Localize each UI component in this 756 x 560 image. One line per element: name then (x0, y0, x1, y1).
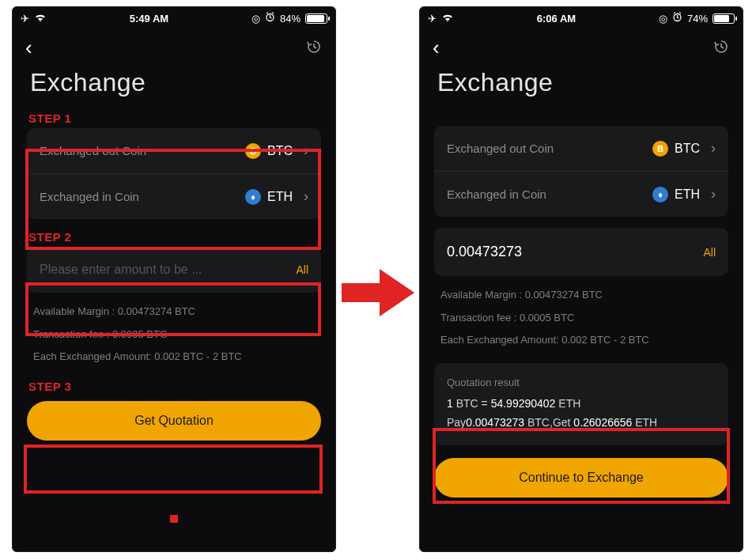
coin-selection-card: Exchanged out Coin B BTC › Exchanged in … (434, 126, 728, 217)
phone-screen-left: ✈ 5:49 AM ◎ 84% ‹ Exchange STEP 1 Exchan… (12, 6, 336, 552)
back-button[interactable]: ‹ (25, 36, 32, 60)
airplane-mode-icon: ✈ (21, 13, 29, 25)
nav-bar: ‹ (13, 29, 335, 63)
wifi-icon (441, 13, 454, 25)
alarm-icon (265, 12, 275, 25)
status-time: 5:49 AM (47, 13, 251, 25)
exchanged-out-label: Exchanged out Coin (447, 142, 652, 155)
quotation-result-card: Quotation result 1 BTC = 54.99290402 ETH… (434, 363, 728, 445)
exchanged-out-code: BTC (675, 142, 700, 156)
exchanged-out-row[interactable]: Exchanged out Coin B BTC › (27, 128, 321, 173)
transaction-fee: Transaction fee : 0.0005 BTC (30, 324, 318, 346)
available-margin: Available Margin : 0.00473274 BTC (437, 284, 725, 307)
amount-input-card[interactable]: Please enter amount to be ... All (27, 247, 321, 293)
transaction-fee: Transaction fee : 0.0005 BTC (437, 307, 725, 330)
battery-icon (305, 13, 327, 24)
back-button[interactable]: ‹ (433, 36, 440, 60)
exchanged-out-code: BTC (267, 144, 293, 158)
exchanged-in-row[interactable]: Exchanged in Coin ♦ ETH › (434, 171, 728, 217)
chevron-right-icon: › (304, 142, 308, 159)
btc-icon: B (245, 143, 261, 159)
coin-selection-card: Exchanged out Coin B BTC › Exchanged in … (27, 128, 321, 219)
status-bar: ✈ 5:49 AM ◎ 84% (13, 7, 335, 29)
quotation-pay-get: Pay0.00473273 BTC,Get 0.26026656 ETH (447, 414, 716, 433)
eth-icon: ♦ (245, 189, 261, 205)
location-icon: ◎ (251, 13, 260, 25)
step-label-3: STEP 3 (28, 380, 335, 393)
quotation-title: Quotation result (447, 374, 716, 392)
battery-icon (713, 13, 735, 24)
chevron-right-icon: › (304, 188, 308, 205)
eth-icon: ♦ (652, 187, 668, 202)
wifi-icon (34, 13, 47, 25)
quotation-rate: 1 BTC = 54.99290402 ETH (447, 395, 716, 414)
battery-percent: 74% (687, 13, 708, 25)
get-quotation-button[interactable]: Get Quotation (27, 401, 321, 441)
phone-screen-right: ✈ 6:06 AM ◎ 74% ‹ Exchange Exchanged out… (419, 6, 743, 552)
page-title: Exchange (420, 63, 743, 112)
exchanged-in-code: ETH (675, 187, 700, 202)
location-icon: ◎ (659, 13, 667, 25)
exchange-range: Each Exchanged Amount: 0.002 BTC - 2 BTC (437, 329, 725, 352)
continue-exchange-button[interactable]: Continue to Exchange (434, 458, 728, 498)
nav-bar: ‹ (420, 29, 743, 63)
battery-percent: 84% (280, 13, 301, 25)
available-margin: Available Margin : 0.00473274 BTC (30, 301, 318, 324)
chevron-right-icon: › (711, 186, 716, 202)
amount-input[interactable]: 0.00473273 (447, 244, 703, 260)
amount-input[interactable]: Please enter amount to be ... (40, 263, 296, 277)
history-icon[interactable] (305, 38, 323, 59)
exchanged-in-label: Exchanged in Coin (447, 187, 652, 201)
highlight-step3 (24, 445, 323, 494)
exchanged-in-code: ETH (267, 190, 293, 204)
history-icon[interactable] (713, 38, 730, 59)
airplane-mode-icon: ✈ (428, 13, 437, 25)
step-label-1: STEP 1 (28, 112, 335, 125)
alarm-icon (672, 12, 682, 25)
exchange-range: Each Exchanged Amount: 0.002 BTC - 2 BTC (30, 346, 318, 369)
step-label-2: STEP 2 (28, 230, 335, 244)
all-button[interactable]: All (296, 263, 308, 276)
status-bar: ✈ 6:06 AM ◎ 74% (420, 7, 743, 29)
page-title: Exchange (13, 63, 335, 112)
all-button[interactable]: All (703, 246, 716, 259)
exchanged-in-label: Exchanged in Coin (40, 190, 245, 203)
exchanged-in-row[interactable]: Exchanged in Coin ♦ ETH › (27, 173, 321, 219)
arrow-icon (342, 269, 414, 316)
exchanged-out-label: Exchanged out Coin (40, 144, 245, 157)
amount-input-card[interactable]: 0.00473273 All (434, 228, 728, 276)
status-time: 6:06 AM (454, 13, 659, 25)
exchanged-out-row[interactable]: Exchanged out Coin B BTC › (434, 126, 728, 171)
chevron-right-icon: › (711, 140, 716, 157)
page-indicator (170, 515, 178, 523)
btc-icon: B (652, 141, 668, 157)
